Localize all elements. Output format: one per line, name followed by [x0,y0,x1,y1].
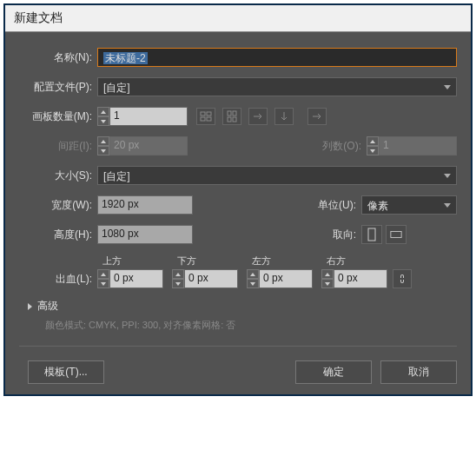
columns-stepper: 1 [367,136,457,155]
grid-by-column-icon[interactable] [222,108,241,125]
width-label: 宽度(W): [19,198,97,213]
bleed-right-label: 右方 [327,254,401,268]
svg-rect-9 [391,232,401,238]
artboards-input[interactable]: 1 [109,107,188,126]
bleed-left-stepper[interactable]: 0 px [247,269,313,288]
svg-rect-0 [201,112,205,116]
divider [19,346,457,347]
svg-rect-8 [368,228,375,241]
bleed-left-input[interactable]: 0 px [259,269,313,288]
arrange-row-icon[interactable] [248,108,268,125]
stepper-up-icon[interactable] [97,107,109,116]
stepper-up-icon[interactable] [97,269,109,279]
stepper-up-icon [97,136,109,146]
stepper-down-icon [367,146,379,155]
svg-rect-2 [201,117,205,121]
bleed-right-stepper[interactable]: 0 px [321,269,387,288]
stepper-up-icon [367,136,379,146]
arrange-right-icon[interactable] [307,108,327,125]
artboards-label: 画板数量(M): [19,109,97,124]
bleed-top-label: 上方 [102,254,177,268]
svg-rect-3 [207,117,211,121]
stepper-down-icon[interactable] [97,279,109,288]
svg-rect-5 [228,117,231,122]
svg-rect-4 [228,111,231,116]
bleed-bottom-label: 下方 [177,254,252,268]
color-mode-info: 颜色模式: CMYK, PPI: 300, 对齐像素网格: 否 [45,319,457,332]
svg-rect-1 [207,112,211,116]
templates-button[interactable]: 模板(T)... [28,360,104,384]
profile-dropdown[interactable]: [自定] [97,77,457,96]
profile-label: 配置文件(P): [19,80,97,95]
new-document-dialog: 新建文档 名称(N): 未标题-2 配置文件(P): [自定] 画板数量(M):… [3,3,473,396]
height-input[interactable]: 1080 px [97,225,193,244]
stepper-up-icon[interactable] [172,269,184,279]
units-label: 单位(U): [301,198,361,213]
stepper-down-icon[interactable] [321,279,334,288]
bleed-label: 出血(L): [19,272,97,287]
grid-by-row-icon[interactable] [196,108,215,125]
cancel-button[interactable]: 取消 [380,360,457,384]
link-icon[interactable] [393,269,412,288]
spacing-stepper: 20 px [97,136,188,155]
bleed-top-stepper[interactable]: 0 px [97,269,163,288]
ok-button[interactable]: 确定 [295,360,372,384]
stepper-down-icon[interactable] [172,279,184,288]
stepper-down-icon[interactable] [247,279,259,288]
bleed-left-label: 左方 [252,254,327,268]
height-label: 高度(H): [19,228,97,242]
stepper-down-icon [97,146,109,155]
columns-label: 列数(O): [306,139,367,154]
stepper-down-icon[interactable] [97,116,109,126]
artboards-stepper[interactable]: 1 [97,107,188,126]
name-label: 名称(N): [19,50,97,65]
columns-input: 1 [379,136,457,155]
portrait-button[interactable] [361,225,382,244]
width-input[interactable]: 1920 px [97,195,193,215]
bleed-right-input[interactable]: 0 px [334,269,387,288]
bleed-top-input[interactable]: 0 px [109,269,163,288]
svg-rect-7 [233,117,236,122]
dialog-title: 新建文档 [5,5,471,32]
name-input[interactable]: 未标题-2 [97,48,457,67]
svg-rect-6 [233,111,236,116]
size-label: 大小(S): [19,169,97,183]
bleed-bottom-stepper[interactable]: 0 px [172,269,238,288]
spacing-label: 间距(I): [19,139,97,154]
stepper-up-icon[interactable] [321,269,334,279]
stepper-up-icon[interactable] [247,269,259,279]
bleed-bottom-input[interactable]: 0 px [184,269,238,288]
units-dropdown[interactable]: 像素 [361,195,457,215]
size-dropdown[interactable]: [自定] [97,166,457,185]
orientation-label: 取向: [301,228,361,242]
arrange-column-icon[interactable] [274,108,294,125]
advanced-toggle[interactable]: 高级 [28,299,457,314]
spacing-input: 20 px [109,136,188,155]
landscape-button[interactable] [386,225,407,244]
